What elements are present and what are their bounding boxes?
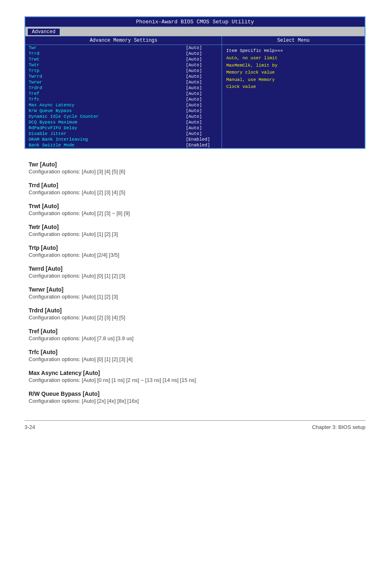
bios-left-panel: Twr [Auto] Trrd [Auto] Trwt [Auto] Twtr … bbox=[25, 45, 222, 148]
bios-section-header: Advance Memory Settings Select Menu bbox=[25, 36, 365, 45]
bios-table-row[interactable]: Max Async Latency [Auto] bbox=[25, 102, 222, 108]
doc-item-desc: Configuration options: [Auto] [0] [1] [2… bbox=[29, 273, 361, 279]
doc-item: Max Async Latency [Auto] Configuration o… bbox=[29, 370, 361, 383]
doc-item-desc: Configuration options: [Auto] [2x] [4x] … bbox=[29, 398, 361, 404]
bios-row-label: Twrrd bbox=[29, 74, 186, 79]
doc-item: Twrwr [Auto] Configuration options: [Aut… bbox=[29, 286, 361, 300]
bios-row-value: [Auto] bbox=[186, 108, 218, 113]
doc-item-title: Twrwr [Auto] bbox=[29, 286, 361, 293]
doc-item: Trtp [Auto] Configuration options: [Auto… bbox=[29, 245, 361, 258]
bios-row-label: R/W Queue Bypass bbox=[29, 108, 186, 113]
bios-row-label: RdPadPcvFIFO Delay bbox=[29, 126, 186, 130]
page-wrapper: Phoenix-Award BIOS CMOS Setup Utility Ad… bbox=[0, 0, 390, 455]
bios-table-row[interactable]: Trwt [Auto] bbox=[25, 56, 222, 62]
bios-table-row[interactable]: Disable Jitter [Auto] bbox=[25, 131, 222, 137]
bios-table-row[interactable]: Twr [Auto] bbox=[25, 45, 222, 51]
bios-row-label: Trrd bbox=[29, 51, 186, 56]
bios-table-row[interactable]: Trdrd [Auto] bbox=[25, 85, 222, 91]
doc-item-desc: Configuration options: [Auto] [2] [3] ~ … bbox=[29, 210, 361, 216]
page-footer: 3-24 Chapter 3: BIOS setup bbox=[25, 420, 365, 430]
doc-item: R/W Queue Bypass [Auto] Configuration op… bbox=[29, 391, 361, 404]
bios-help-line: Manual, use Memory bbox=[226, 76, 361, 84]
bios-row-value: [Auto] bbox=[186, 63, 218, 67]
doc-item-title: Tref [Auto] bbox=[29, 328, 361, 334]
bios-row-value: [Auto] bbox=[186, 114, 218, 119]
bios-row-label: Trwt bbox=[29, 57, 186, 62]
bios-table-row[interactable]: Twtr [Auto] bbox=[25, 62, 222, 68]
bios-row-value: [Auto] bbox=[186, 85, 218, 90]
bios-help-line: Auto, no user limit bbox=[226, 55, 361, 62]
bios-right-header: Select Menu bbox=[222, 36, 365, 45]
doc-item-title: Twrrd [Auto] bbox=[29, 265, 361, 272]
doc-item-title: R/W Queue Bypass [Auto] bbox=[29, 391, 361, 397]
bios-row-label: Twrwr bbox=[29, 80, 186, 85]
doc-item-title: Trfc [Auto] bbox=[29, 349, 361, 355]
bios-table-row[interactable]: Dynamic Idle Cycle Counter [Auto] bbox=[25, 114, 222, 119]
bios-row-value: [Auto] bbox=[186, 91, 218, 96]
bios-table-row[interactable]: DCQ Bypass Maximum [Auto] bbox=[25, 119, 222, 125]
doc-item: Tref [Auto] Configuration options: [Auto… bbox=[29, 328, 361, 341]
footer-chapter: Chapter 3: BIOS setup bbox=[312, 424, 365, 430]
bios-title-bar: Phoenix-Award BIOS CMOS Setup Utility bbox=[25, 17, 365, 27]
bios-table-row[interactable]: Trfc [Auto] bbox=[25, 97, 222, 102]
bios-row-value: [Auto] bbox=[186, 45, 218, 50]
bios-table-row[interactable]: Bank Swizzle Mode [Enabled] bbox=[25, 142, 222, 148]
doc-item-title: Max Async Latency [Auto] bbox=[29, 370, 361, 376]
bios-table-row[interactable]: Trrd [Auto] bbox=[25, 51, 222, 56]
bios-row-value: [Auto] bbox=[186, 126, 218, 130]
bios-table-row[interactable]: Trtp [Auto] bbox=[25, 68, 222, 74]
bios-row-value: [Enabled] bbox=[186, 143, 218, 148]
bios-row-label: DRAM Bank Interleaving bbox=[29, 137, 186, 142]
doc-item-desc: Configuration options: [Auto] [2] [3] [4… bbox=[29, 314, 361, 321]
bios-table-row[interactable]: Tref [Auto] bbox=[25, 91, 222, 97]
bios-row-value: [Auto] bbox=[186, 57, 218, 62]
doc-item-desc: Configuration options: [Auto] [2] [3] [4… bbox=[29, 189, 361, 195]
bios-row-label: Twtr bbox=[29, 63, 186, 67]
bios-row-value: [Auto] bbox=[186, 51, 218, 56]
doc-item: Trdrd [Auto] Configuration options: [Aut… bbox=[29, 307, 361, 321]
bios-row-label: Twr bbox=[29, 45, 186, 50]
bios-row-value: [Auto] bbox=[186, 120, 218, 125]
bios-row-value: [Auto] bbox=[186, 103, 218, 108]
doc-item-desc: Configuration options: [Auto] [1] [2] [3… bbox=[29, 231, 361, 237]
bios-row-label: Trtp bbox=[29, 68, 186, 73]
bios-row-label: Max Async Latency bbox=[29, 103, 186, 108]
bios-row-value: [Auto] bbox=[186, 68, 218, 73]
bios-menu-advanced[interactable]: Advanced bbox=[28, 29, 60, 35]
doc-item: Trrd [Auto] Configuration options: [Auto… bbox=[29, 182, 361, 195]
bios-title: Phoenix-Award BIOS CMOS Setup Utility bbox=[136, 19, 254, 25]
doc-item-title: Trtp [Auto] bbox=[29, 245, 361, 251]
doc-item: Twtr [Auto] Configuration options: [Auto… bbox=[29, 224, 361, 237]
bios-row-value: [Auto] bbox=[186, 80, 218, 85]
doc-section: Twr [Auto] Configuration options: [Auto]… bbox=[25, 161, 365, 404]
doc-item-desc: Configuration options: [Auto] [0 ns] [1 … bbox=[29, 377, 361, 383]
bios-right-panel: Item Specific Help»»» Auto, no user limi… bbox=[222, 45, 365, 148]
footer-page-number: 3-24 bbox=[25, 424, 35, 430]
bios-help-line: Memory clock value bbox=[226, 69, 361, 76]
bios-row-label: Trfc bbox=[29, 97, 186, 102]
bios-content-area: Twr [Auto] Trrd [Auto] Trwt [Auto] Twtr … bbox=[25, 45, 365, 148]
doc-item: Twrrd [Auto] Configuration options: [Aut… bbox=[29, 265, 361, 279]
doc-item-desc: Configuration options: [Auto] [7.8 us] [… bbox=[29, 335, 361, 341]
bios-table-row[interactable]: RdPadPcvFIFO Delay [Auto] bbox=[25, 125, 222, 131]
bios-help-title: Item Specific Help»»» bbox=[226, 48, 361, 53]
doc-item-desc: Configuration options: [Auto] [1] [2] [3… bbox=[29, 294, 361, 300]
bios-row-label: Bank Swizzle Mode bbox=[29, 143, 186, 148]
bios-row-label: Dynamic Idle Cycle Counter bbox=[29, 114, 186, 119]
bios-help-lines: Auto, no user limitMaxMemClk, limit byMe… bbox=[226, 55, 361, 91]
doc-item-desc: Configuration options: [Auto] [0] [1] [2… bbox=[29, 356, 361, 362]
doc-item-title: Twr [Auto] bbox=[29, 161, 361, 168]
bios-table-row[interactable]: DRAM Bank Interleaving [Enabled] bbox=[25, 137, 222, 142]
bios-table-row[interactable]: Twrwr [Auto] bbox=[25, 79, 222, 85]
bios-table-row[interactable]: Twrrd [Auto] bbox=[25, 74, 222, 79]
bios-help-line: Clock value bbox=[226, 83, 361, 91]
bios-row-value: [Enabled] bbox=[186, 137, 218, 142]
bios-table-row[interactable]: R/W Queue Bypass [Auto] bbox=[25, 108, 222, 114]
doc-item-title: Trwt [Auto] bbox=[29, 203, 361, 209]
doc-item: Trfc [Auto] Configuration options: [Auto… bbox=[29, 349, 361, 362]
bios-row-label: Trdrd bbox=[29, 85, 186, 90]
bios-row-value: [Auto] bbox=[186, 131, 218, 136]
doc-item: Trwt [Auto] Configuration options: [Auto… bbox=[29, 203, 361, 216]
bios-help-line: MaxMemClk, limit by bbox=[226, 62, 361, 70]
bios-row-value: [Auto] bbox=[186, 97, 218, 102]
